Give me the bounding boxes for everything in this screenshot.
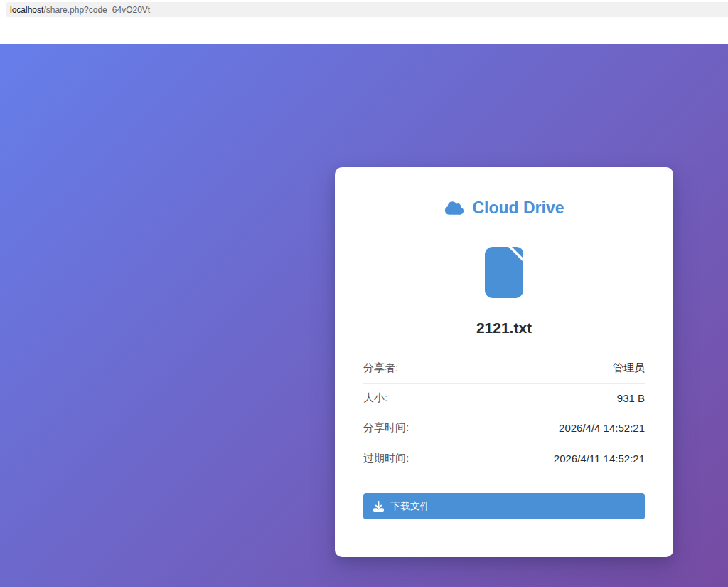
browser-chrome: localhost/share.php?code=64vO20Vt [0,0,728,44]
download-button-label: 下载文件 [390,500,430,513]
detail-row-size: 大小: 931 B [363,384,645,413]
detail-value: 管理员 [613,361,645,375]
detail-row-sharer: 分享者: 管理员 [363,354,645,384]
file-icon-wrap [363,247,645,301]
file-icon [485,247,523,301]
detail-value: 931 B [617,392,645,404]
download-button[interactable]: 下载文件 [363,493,645,519]
detail-value: 2026/4/11 14:52:21 [554,453,645,465]
cloud-icon [444,201,465,216]
gradient-background: Cloud Drive 2121.txt 分享者: 管理员 大小: 931 B [0,44,728,587]
file-name: 2121.txt [363,319,645,337]
detail-label: 过期时间: [363,452,409,465]
url-host: localhost [10,5,43,15]
detail-list: 分享者: 管理员 大小: 931 B 分享时间: 2026/4/4 14:52:… [363,354,645,473]
share-card: Cloud Drive 2121.txt 分享者: 管理员 大小: 931 B [335,167,673,557]
download-icon [373,501,384,512]
detail-label: 分享者: [363,361,398,375]
url-path: /share.php?code=64vO20Vt [43,5,150,15]
brand-header: Cloud Drive [363,197,645,218]
detail-row-expire-time: 过期时间: 2026/4/11 14:52:21 [363,443,645,473]
url-bar[interactable]: localhost/share.php?code=64vO20Vt [6,2,728,17]
detail-value: 2026/4/4 14:52:21 [559,422,645,434]
detail-label: 分享时间: [363,421,409,435]
brand-title: Cloud Drive [472,197,564,218]
detail-row-share-time: 分享时间: 2026/4/4 14:52:21 [363,413,645,443]
detail-label: 大小: [363,391,387,405]
